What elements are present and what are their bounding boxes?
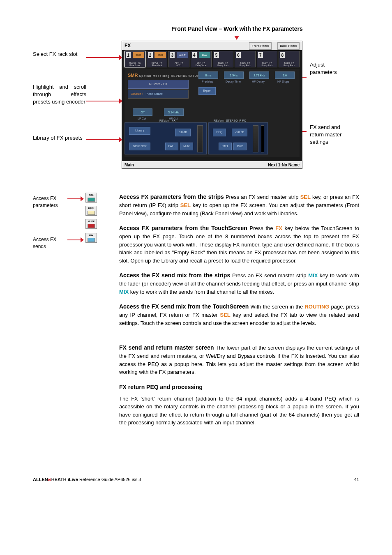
callout-send-return: FX send and return master settings [310, 124, 351, 146]
slot-icon: 2tap [199, 52, 210, 58]
fx-slot-2[interactable]: 2 SMR REVvc - FXPlate Vocal [147, 51, 168, 67]
param-label: Decay Time [226, 80, 241, 84]
slot-number: 7 [258, 52, 263, 58]
fx-screen: FX Front Panel Back Panel 1 SMR REVsm - … [122, 41, 302, 169]
para-lead: Access the FX send mix from the TouchScr… [119, 303, 249, 310]
level-display[interactable]: 0.0 dB [175, 129, 191, 136]
paragraph-6: The FX 'short' return channel (addition … [119, 395, 359, 427]
strip-diagram: Access FX parameters Access FX sends SEL… [33, 193, 107, 254]
arrow-icon [67, 198, 81, 199]
back-panel-button[interactable]: Back Panel [277, 42, 300, 50]
panel-title: REVsm - STEREO IP FX [214, 119, 246, 123]
arrow-icon [86, 101, 119, 101]
meter-icon [261, 125, 264, 152]
slot-label: SND5 - FXEmpty Rack [214, 62, 233, 67]
slot-label: REVsm - FXPlate Snare [126, 62, 144, 67]
mute-button[interactable]: Mute [180, 143, 193, 150]
expert-button[interactable]: Expert [198, 87, 216, 95]
sel-led-icon [88, 198, 95, 202]
slot-row: 1 SMR REVsm - FXPlate Snare 2 SMR REVvc … [125, 51, 300, 67]
pafl-button[interactable]: PAFL [165, 143, 178, 150]
pafl-led-icon [88, 211, 95, 215]
library-button[interactable]: Library [129, 127, 150, 135]
sel-button[interactable]: SEL [85, 193, 97, 203]
title-arrow-icon [234, 36, 239, 40]
slot-number: 4 [192, 52, 197, 58]
fx-slot-1[interactable]: 1 SMR REVsm - FXPlate Snare [125, 51, 145, 67]
mix-button[interactable]: MIX [85, 233, 97, 243]
slot-number: 1 [126, 52, 131, 58]
mute-led-icon [88, 224, 95, 228]
fader-icon[interactable] [197, 125, 203, 152]
preset-classic-field[interactable]: Classic :Plate Snare [128, 90, 189, 99]
slot-number: 3 [170, 52, 175, 58]
return-master-panel: REVsm - STEREO IP FX PEQ -3.8 dB PAFL Mu… [208, 122, 268, 154]
param-label: HF Slope [277, 80, 289, 84]
send-master-panel: REVsm - FX Library Store New 0.0 dB PAFL… [125, 122, 207, 154]
paragraph-4: Access the FX send mix from the TouchScr… [119, 302, 359, 327]
footer-main: Main [125, 162, 134, 168]
arrow-icon [86, 57, 119, 58]
fx-header-label: FX [125, 42, 131, 49]
paragraph-3: Access the FX send mix from the strips P… [119, 271, 359, 296]
key-sel: SEL [220, 312, 231, 318]
paragraph-2: Access FX parameters from the TouchScree… [119, 224, 359, 265]
lfcut-value[interactable]: Off [133, 108, 152, 116]
key-mix: MIX [308, 272, 318, 279]
callout-access-params: Access FX parameters [33, 195, 66, 209]
slot-label: SND6 - FXEmpty Rack [236, 62, 254, 67]
slot-icon: SMR [154, 52, 166, 58]
key-fx: FX [275, 225, 282, 231]
param-decay[interactable]: 1.54 s [224, 71, 244, 79]
mute-button[interactable]: Mute [233, 143, 247, 150]
fx-slot-3[interactable]: 3 A.D.T ADT - FXADT1 [168, 51, 189, 67]
key-mix: MIX [119, 289, 129, 295]
param-label: Predelay [202, 80, 213, 84]
param-hfdecay[interactable]: 2.79 kHz [249, 71, 269, 79]
store-new-button[interactable]: Store New [129, 143, 150, 150]
page-footer: ALLEN&HEATH iLive Reference Guide AP6526… [33, 476, 359, 483]
fx-slot-5[interactable]: 5 SND5 - FXEmpty Rack [213, 51, 234, 67]
slot-label: REVvc - FXPlate Vocal [148, 62, 166, 67]
paragraph-5: FX send and return master screen The low… [119, 343, 359, 376]
hfcut-value[interactable]: 3.14 kHz [164, 108, 184, 116]
callout-access-sends: Access FX sends [33, 236, 66, 250]
para-lead: FX send and return master screen [119, 344, 214, 351]
arrow-icon [86, 139, 119, 140]
slot-label: ADT - FXADT1 [170, 62, 188, 67]
fader-icon[interactable] [253, 125, 258, 152]
fx-slot-7[interactable]: 7 SND7 - FXEmpty Rack [257, 51, 278, 67]
callout-library: Library of FX presets [33, 134, 86, 142]
slot-number: 8 [280, 52, 285, 58]
panel-title: REVsm - FX [159, 119, 175, 123]
key-sel: SEL [300, 194, 311, 200]
mute-button[interactable]: MUTE [85, 219, 97, 229]
footer-brand: ALLEN&HEATH iLive Reference Guide AP6526… [33, 476, 141, 483]
peq-button[interactable]: PEQ [213, 129, 226, 136]
preset-name-field[interactable]: REVsm - FX [128, 80, 189, 89]
level-display[interactable]: -3.8 dB [232, 129, 247, 136]
diagram-area: Select FX rack slot Highlight and scroll… [33, 41, 359, 176]
callout-highlight-scroll: Highlight and scroll through effects pre… [33, 83, 86, 106]
subheading: FX return PEQ and processing [119, 383, 359, 391]
slot-number: 6 [236, 52, 241, 58]
slot-icon: SMR [133, 52, 144, 58]
key-sel: SEL [180, 202, 191, 208]
fx-slot-4[interactable]: 4 2tap DLY - FXDelay Vocal [191, 51, 212, 67]
fx-slot-6[interactable]: 6 SND6 - FXEmpty Rack [235, 51, 256, 67]
fx-slot-8[interactable]: 8 SND8 - FXEmpty Rack [279, 51, 300, 67]
pafl-button[interactable]: PAFL [85, 206, 97, 216]
fx-main-panel: SMR Spatial Modelling REVERBERATOR Live … [125, 69, 300, 122]
param-label: HF Decay [252, 80, 265, 84]
slot-number: 5 [214, 52, 219, 58]
page-title: Front Panel view – Work with the FX para… [115, 25, 359, 33]
param-hfslope[interactable]: 2.6 [275, 71, 295, 79]
param-predelay[interactable]: 0 ms [198, 71, 218, 79]
para-lead: Access FX parameters from the TouchScree… [119, 225, 247, 231]
slot-label: SND8 - FXEmpty Rack [280, 62, 298, 67]
callout-adjust: Adjust parameters [310, 61, 351, 76]
arrow-icon [67, 240, 81, 240]
slot-label: DLY - FXDelay Vocal [192, 62, 210, 67]
front-panel-button[interactable]: Front Panel [249, 42, 272, 50]
pafl-button[interactable]: PAFL [219, 143, 232, 150]
